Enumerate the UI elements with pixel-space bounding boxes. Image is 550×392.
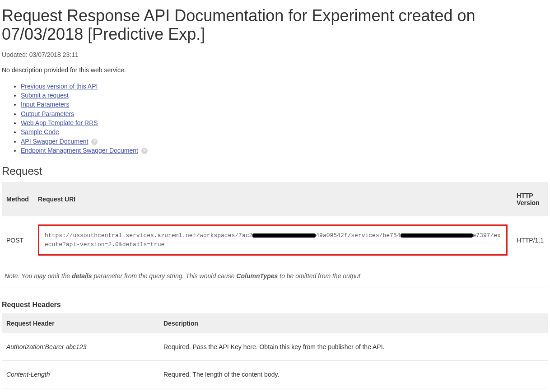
link-endpoint-swagger[interactable]: Endpoint Managment Swagger Document	[21, 147, 138, 154]
uri-part-a: https://ussouthcentral.services.azureml.…	[45, 232, 252, 239]
service-description: No description provided for this web ser…	[2, 66, 548, 74]
redaction-bar	[252, 233, 316, 238]
page-title: Request Response API Documentation for E…	[2, 6, 548, 44]
help-icon[interactable]: ?	[91, 139, 98, 145]
col-version: HTTP Version	[512, 182, 548, 216]
header-row: Content-Type:application/json Required i…	[2, 388, 548, 392]
request-table: Method Request URI HTTP Version POST htt…	[2, 182, 548, 264]
header-row: Content-Length Required. The length of t…	[2, 361, 548, 388]
uri-part-b: 49a09542f/services/be754	[316, 232, 400, 239]
link-previous-version[interactable]: Previous version of this API	[21, 83, 98, 90]
col-method: Method	[2, 182, 33, 216]
request-http-version: HTTP/1.1	[512, 216, 548, 264]
header-row: Authorization:Bearer abc123 Required. Pa…	[2, 333, 548, 361]
col-uri: Request URI	[33, 182, 512, 216]
link-api-swagger[interactable]: API Swagger Document	[21, 138, 88, 145]
link-submit-request[interactable]: Submit a request	[21, 92, 69, 99]
note-bold-details: details	[72, 272, 92, 280]
request-note: Note: You may omit the details parameter…	[2, 264, 548, 288]
header-desc: Required if the request body is sent in …	[159, 388, 548, 392]
link-sample-code[interactable]: Sample Code	[21, 128, 59, 135]
header-name: Content-Type:application/json	[2, 388, 159, 392]
link-input-parameters[interactable]: Input Parameters	[21, 101, 69, 108]
link-output-parameters[interactable]: Output Parameters	[21, 110, 74, 117]
header-desc: Required. Pass the API Key here. Obtain …	[159, 333, 548, 361]
col-header-name: Request Header	[2, 313, 159, 333]
help-icon[interactable]: ?	[141, 148, 148, 154]
request-method: POST	[2, 216, 33, 264]
note-bold-columntypes: ColumnTypes	[236, 272, 278, 280]
request-heading: Request	[2, 165, 548, 177]
request-headers-heading: Request Headers	[2, 301, 548, 309]
nav-links-list: Previous version of this API Submit a re…	[2, 82, 548, 155]
header-desc: Required. The length of the content body…	[159, 361, 548, 388]
note-text: to be omitted from the output	[278, 272, 360, 280]
note-text: parameter from the query string. This wo…	[92, 272, 237, 280]
redaction-bar	[401, 233, 473, 238]
header-name: Content-Length	[2, 361, 159, 388]
link-web-app-template[interactable]: Web App Template for RRS	[21, 119, 98, 126]
request-row: POST https://ussouthcentral.services.azu…	[2, 216, 548, 264]
col-header-desc: Description	[159, 313, 548, 333]
updated-timestamp: Updated: 03/07/2018 23:11	[2, 51, 548, 58]
header-name: Authorization:Bearer abc123	[2, 333, 159, 361]
request-headers-table: Request Header Description Authorization…	[2, 313, 548, 392]
note-text: Note: You may omit the	[5, 272, 72, 280]
request-uri: https://ussouthcentral.services.azureml.…	[38, 224, 508, 256]
